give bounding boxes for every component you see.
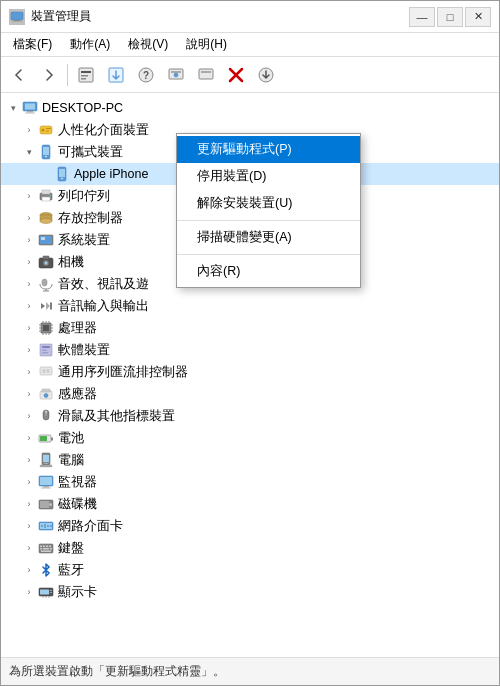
ctx-update-driver[interactable]: 更新驅動程式(P)	[177, 136, 360, 163]
pc-label: 電腦	[58, 452, 84, 469]
keyboard-label: 鍵盤	[58, 540, 84, 557]
display-card-icon	[37, 583, 55, 601]
tree-item-com-port[interactable]: › 通用序列匯流排控制器	[1, 361, 499, 383]
menu-view[interactable]: 檢視(V)	[120, 34, 176, 55]
tree-item-sensors[interactable]: › 感應器	[1, 383, 499, 405]
tree-item-mouse[interactable]: › 滑鼠及其他指標裝置	[1, 405, 499, 427]
svg-rect-101	[46, 546, 48, 548]
audio-video-label: 音效、視訊及遊	[58, 276, 149, 293]
monitor-label: 監視器	[58, 474, 97, 491]
delete-button[interactable]	[222, 61, 250, 89]
expand-mouse[interactable]: ›	[21, 408, 37, 424]
device-button[interactable]	[192, 61, 220, 89]
svg-rect-79	[51, 438, 53, 441]
expand-system[interactable]: ›	[21, 232, 37, 248]
svg-point-35	[49, 195, 51, 197]
tree-item-desktop-pc[interactable]: ▾ DESKTOP-PC	[1, 97, 499, 119]
forward-button[interactable]	[35, 61, 63, 89]
portable-icon	[37, 143, 55, 161]
portable-label: 可攜式裝置	[58, 144, 123, 161]
expand-battery[interactable]: ›	[21, 430, 37, 446]
tree-item-display[interactable]: › 顯示卡	[1, 581, 499, 603]
tree-item-battery[interactable]: › 電池	[1, 427, 499, 449]
svg-rect-33	[42, 190, 50, 194]
expand-personalization[interactable]: ›	[21, 122, 37, 138]
mouse-icon	[37, 407, 55, 425]
title-bar-controls: — □ ✕	[409, 7, 491, 27]
expand-usb[interactable]: ›	[21, 364, 37, 380]
tree-item-bluetooth[interactable]: › 藍牙	[1, 559, 499, 581]
expand-print[interactable]: ›	[21, 188, 37, 204]
svg-rect-83	[44, 463, 48, 464]
minimize-button[interactable]: —	[409, 7, 435, 27]
close-button[interactable]: ✕	[465, 7, 491, 27]
expand-desktop-pc[interactable]: ▾	[5, 100, 21, 116]
expand-audio-video[interactable]: ›	[21, 276, 37, 292]
maximize-button[interactable]: □	[437, 7, 463, 27]
svg-rect-25	[46, 131, 49, 132]
ctx-uninstall-device[interactable]: 解除安裝裝置(U)	[177, 190, 360, 217]
svg-rect-41	[41, 237, 45, 240]
apple-iphone-label: Apple iPhone	[74, 167, 148, 181]
svg-rect-106	[41, 551, 51, 553]
svg-point-23	[42, 129, 45, 132]
expand-disk[interactable]: ›	[21, 496, 37, 512]
expand-portable[interactable]: ▾	[21, 144, 37, 160]
expand-camera[interactable]: ›	[21, 254, 37, 270]
computer-icon	[21, 99, 39, 117]
ctx-scan-changes[interactable]: 掃描硬體變更(A)	[177, 224, 360, 251]
expand-iphone[interactable]	[37, 166, 53, 182]
ctx-properties[interactable]: 內容(R)	[177, 258, 360, 285]
expand-keyboard[interactable]: ›	[21, 540, 37, 556]
tree-item-firmware[interactable]: › 軟體裝置	[1, 339, 499, 361]
storage-label: 存放控制器	[58, 210, 123, 227]
personalization-label: 人性化介面裝置	[58, 122, 149, 139]
update-driver-toolbar-button[interactable]	[102, 61, 130, 89]
audio-icon	[37, 275, 55, 293]
tree-item-processor[interactable]: ›	[1, 317, 499, 339]
svg-rect-66	[42, 350, 47, 352]
monitor-icon	[37, 473, 55, 491]
help-button[interactable]: ?	[132, 61, 160, 89]
menu-help[interactable]: 說明(H)	[178, 34, 235, 55]
expand-audio-input[interactable]: ›	[21, 298, 37, 314]
tree-item-network[interactable]: › 網路介面卡	[1, 515, 499, 537]
svg-rect-87	[43, 486, 49, 488]
menu-file[interactable]: 檔案(F)	[5, 34, 60, 55]
expand-display[interactable]: ›	[21, 584, 37, 600]
expand-processor[interactable]: ›	[21, 320, 37, 336]
svg-rect-99	[40, 546, 42, 548]
svg-point-38	[40, 219, 52, 224]
svg-point-74	[44, 394, 48, 398]
expand-monitor[interactable]: ›	[21, 474, 37, 490]
expand-firmware[interactable]: ›	[21, 342, 37, 358]
expand-sensors[interactable]: ›	[21, 386, 37, 402]
scan-button-toolbar[interactable]	[162, 61, 190, 89]
system-icon	[37, 231, 55, 249]
tree-item-monitor[interactable]: › 監視器	[1, 471, 499, 493]
network-label: 網路介面卡	[58, 518, 123, 535]
processor-label: 處理器	[58, 320, 97, 337]
tree-item-pc[interactable]: › 電腦	[1, 449, 499, 471]
ctx-separator-1	[177, 220, 360, 221]
firmware-label: 軟體裝置	[58, 342, 110, 359]
svg-rect-103	[40, 548, 42, 550]
expand-pc[interactable]: ›	[21, 452, 37, 468]
battery-icon	[37, 429, 55, 447]
ctx-disable-device[interactable]: 停用裝置(D)	[177, 163, 360, 190]
svg-rect-21	[25, 113, 35, 114]
bluetooth-label: 藍牙	[58, 562, 84, 579]
back-button[interactable]	[5, 61, 33, 89]
tree-item-disk[interactable]: › 磁碟機	[1, 493, 499, 515]
menu-action[interactable]: 動作(A)	[62, 34, 118, 55]
download-button[interactable]	[252, 61, 280, 89]
svg-rect-86	[40, 477, 52, 485]
svg-rect-105	[50, 548, 52, 550]
svg-rect-6	[81, 78, 86, 80]
tree-item-audio-input[interactable]: › 音訊輸入與輸出	[1, 295, 499, 317]
expand-bluetooth[interactable]: ›	[21, 562, 37, 578]
expand-network[interactable]: ›	[21, 518, 37, 534]
properties-button[interactable]	[72, 61, 100, 89]
expand-storage[interactable]: ›	[21, 210, 37, 226]
tree-item-keyboard[interactable]: › 鍵盤	[1, 537, 499, 559]
